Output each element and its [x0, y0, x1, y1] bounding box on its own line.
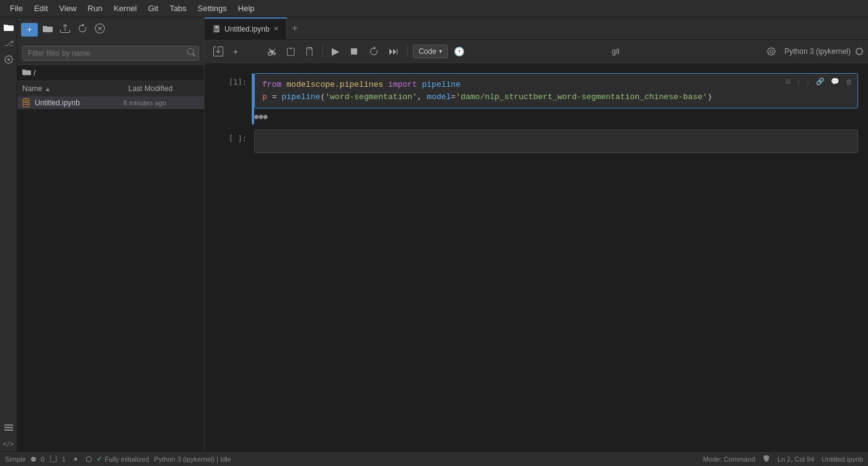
breadcrumb: / [17, 65, 204, 81]
sidebar-icon-code[interactable]: </> [1, 436, 16, 451]
plus-icon: + [27, 25, 32, 34]
add-cell-button[interactable]: + [229, 44, 242, 59]
main-layout: ⎇ </> + [0, 17, 868, 451]
menu-tabs[interactable]: Tabs [164, 2, 191, 14]
cell-prompt-1: [1]: [215, 73, 252, 125]
time-icon-button[interactable]: 🕐 [450, 44, 468, 59]
simple-mode-indicator[interactable] [31, 457, 36, 462]
interrupt-button[interactable]: ⏹ [345, 43, 363, 59]
new-folder-button[interactable] [40, 21, 55, 38]
menu-settings[interactable]: Settings [193, 2, 232, 14]
svg-point-1 [7, 58, 10, 61]
cut-cell-button[interactable] [264, 45, 280, 58]
run-button[interactable]: ▶ [328, 43, 343, 59]
kernel-info: git [612, 47, 620, 56]
status-zero: 0 [41, 455, 45, 463]
filter-input-wrap [22, 46, 199, 61]
cut-button[interactable] [244, 44, 262, 59]
menu-kernel[interactable]: Kernel [108, 2, 142, 14]
list-item[interactable]: Untitled.ipynb 8 minutes ago [17, 97, 204, 109]
cell-2: [ ]: [215, 130, 858, 153]
cell-link-button[interactable]: 🔗 [813, 76, 827, 87]
status-left: Simple 0 1 ⬡ ✓ Fully initialized Python … [5, 455, 231, 464]
file-browser: + [17, 17, 205, 451]
cell-prompt-2: [ ]: [215, 130, 252, 153]
upload-button[interactable] [58, 21, 73, 38]
cell-body-1: ⧉ ↑ ↓ 🔗 💬 🗑 from modelscope.pipelines im… [254, 73, 858, 125]
cell-copy-button[interactable]: ⧉ [783, 76, 793, 87]
cell-input-2[interactable] [254, 130, 858, 153]
kernel-status-indicator [856, 48, 863, 55]
tab-label: Untitled.ipynb [224, 25, 270, 33]
menu-edit[interactable]: Edit [29, 2, 53, 14]
menu-help[interactable]: Help [233, 2, 260, 14]
sidebar-icon-folder[interactable] [1, 20, 16, 35]
status-kernel-info: Python 3 (ipykernel) | Idle [154, 455, 231, 463]
status-settings-button[interactable] [71, 455, 81, 463]
cell-body-2 [252, 130, 858, 153]
sidebar-icon-git[interactable]: ⎇ [1, 36, 16, 51]
menu-file[interactable]: File [5, 2, 28, 14]
sort-arrow-icon: ▲ [45, 86, 51, 92]
tab-bar: 📓 Untitled.ipynb ✕ + [205, 17, 868, 40]
settings-icon-button[interactable] [763, 45, 779, 58]
notebook-file-icon [17, 99, 35, 107]
status-extension-icon: ⬡ [86, 455, 92, 464]
new-launcher-button[interactable]: + [21, 23, 38, 37]
file-browser-toolbar: + [17, 17, 204, 42]
sidebar-icon-extension[interactable] [1, 52, 16, 67]
cell-wrapper-1: ⧉ ↑ ↓ 🔗 💬 🗑 from modelscope.pipelines im… [252, 73, 858, 125]
status-mode: Simple [5, 455, 26, 463]
cell-type-label: Code [418, 47, 436, 56]
column-name-label: Name [22, 84, 42, 93]
status-bar: Simple 0 1 ⬡ ✓ Fully initialized Python … [0, 451, 868, 466]
status-right: Mode: Command Ln 2, Col 94 Untitled.ipyn… [703, 455, 863, 464]
cell-input-1[interactable]: ⧉ ↑ ↓ 🔗 💬 🗑 from modelscope.pipelines im… [254, 73, 858, 108]
status-one: 1 [62, 455, 66, 463]
file-list: Untitled.ipynb 8 minutes ago [17, 97, 204, 451]
restart-button[interactable] [365, 44, 383, 59]
svg-rect-2 [4, 424, 13, 426]
paste-button[interactable] [301, 45, 317, 58]
menu-view[interactable]: View [54, 2, 81, 14]
cell-move-down-button[interactable]: ↓ [804, 76, 813, 87]
refresh-button[interactable] [75, 21, 90, 38]
status-file-count-icon [50, 455, 57, 464]
cell-move-up-button[interactable]: ↑ [794, 76, 803, 87]
save-button[interactable] [210, 44, 227, 59]
folder-icon [22, 68, 31, 78]
tab-untitled[interactable]: 📓 Untitled.ipynb ✕ [205, 17, 287, 39]
restart-run-all-button[interactable]: ⏭ [385, 43, 402, 59]
filter-input[interactable] [22, 46, 199, 61]
cell-output-1: ●●● [254, 108, 858, 125]
cell-code-1: from modelscope.pipelines import pipelin… [262, 80, 712, 102]
cell-type-select[interactable]: Code ▾ [413, 45, 448, 58]
menu-run[interactable]: Run [82, 2, 107, 14]
cell-delete-button[interactable]: 🗑 [843, 76, 855, 87]
column-header-modified[interactable]: Last Modified [123, 83, 204, 94]
file-name: Untitled.ipynb [35, 99, 123, 107]
cell-type-chevron-icon: ▾ [439, 48, 442, 55]
cell-output-dots: ●●● [254, 112, 268, 121]
cell-comment-button[interactable]: 💬 [828, 76, 842, 87]
cell-actions-1: ⧉ ↑ ↓ 🔗 💬 🗑 [783, 76, 855, 87]
column-header-name[interactable]: Name ▲ [17, 83, 123, 94]
search-icon [187, 48, 195, 58]
cell-1: [1]: ⧉ ↑ ↓ 🔗 💬 🗑 [215, 73, 858, 125]
toolbar-separator-2 [407, 45, 408, 58]
tab-close-button[interactable]: ✕ [273, 25, 279, 33]
notebook-area: 📓 Untitled.ipynb ✕ + + [205, 17, 868, 451]
sidebar-icon-list[interactable] [1, 420, 16, 435]
sidebar-icons: ⎇ </> [0, 17, 17, 451]
status-filename: Untitled.ipynb [822, 455, 863, 463]
clear-button[interactable] [92, 21, 107, 38]
column-modified-label: Last Modified [128, 84, 172, 93]
copy-button[interactable] [283, 45, 299, 58]
menu-git[interactable]: Git [143, 2, 164, 14]
file-modified: 8 minutes ago [123, 99, 204, 107]
cell-code-2 [262, 136, 267, 146]
initialized-text: Fully initialized [105, 455, 149, 463]
menu-bar: File Edit View Run Kernel Git Tabs Setti… [0, 0, 868, 17]
tab-add-button[interactable]: + [287, 23, 303, 34]
filter-bar [17, 42, 204, 65]
